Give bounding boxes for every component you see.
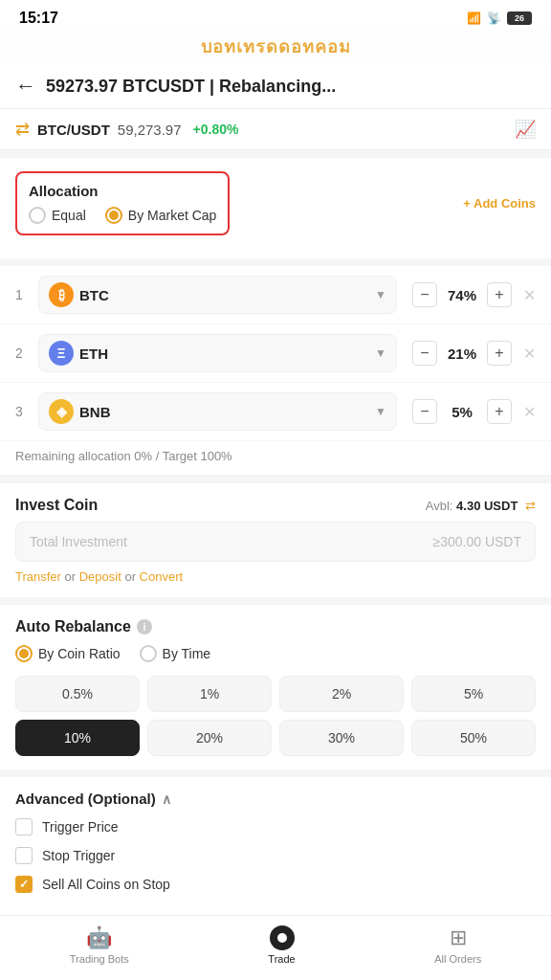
- checkbox-2[interactable]: [15, 876, 33, 893]
- all-orders-label: All Orders: [434, 953, 481, 965]
- eth-pct-value: 21%: [445, 345, 479, 362]
- nav-all-orders[interactable]: ⊞ All Orders: [434, 925, 481, 965]
- advanced-item-label-2: Sell All Coins on Stop: [42, 877, 170, 892]
- btc-pct-controls: − 74% +: [412, 282, 512, 307]
- pct-btn-1%[interactable]: 1%: [147, 676, 272, 712]
- allocation-label: Allocation: [29, 183, 216, 199]
- wifi-icon: 📡: [487, 11, 501, 25]
- advanced-item-label-1: Stop Trigger: [42, 848, 115, 863]
- transfer-link[interactable]: Transfer: [15, 569, 61, 584]
- coin-index-3: 3: [15, 404, 31, 419]
- rebalance-options: By Coin Ratio By Time: [15, 645, 536, 662]
- bnb-plus-btn[interactable]: +: [487, 399, 512, 424]
- allocation-marketcap-option[interactable]: By Market Cap: [105, 207, 217, 224]
- trading-bots-label: Trading Bots: [70, 953, 129, 965]
- by-time-option[interactable]: By Time: [140, 645, 211, 662]
- allocation-equal-label: Equal: [52, 208, 86, 223]
- percentage-grid: 0.5%1%2%5%10%20%30%50%: [15, 676, 536, 756]
- nav-trade[interactable]: Trade: [268, 925, 295, 965]
- advanced-item-0: Trigger Price: [15, 818, 536, 835]
- subheader: ⇄ BTC/USDT 59,273.97 +0.80% 📈: [0, 109, 551, 150]
- advanced-item-2: Sell All Coins on Stop: [15, 876, 536, 893]
- btc-plus-btn[interactable]: +: [487, 282, 512, 307]
- advanced-item-label-0: Trigger Price: [42, 819, 119, 835]
- allocation-box: Allocation Equal By Market Cap: [15, 171, 230, 235]
- chevron-up-icon: ∧: [162, 791, 171, 807]
- eth-pct-controls: − 21% +: [412, 341, 512, 366]
- allocation-equal-option[interactable]: Equal: [29, 207, 86, 224]
- swap-icon: ⇄: [15, 119, 30, 140]
- coin-row-btc: 1 ₿ BTC ▼ − 74% + ✕: [0, 266, 551, 324]
- pct-btn-10%[interactable]: 10%: [15, 720, 140, 756]
- status-time: 15:17: [19, 10, 58, 27]
- coin-selector-bnb[interactable]: ◈ BNB ▼: [38, 392, 397, 431]
- chart-icon[interactable]: 📈: [515, 119, 536, 140]
- allocation-marketcap-radio[interactable]: [105, 207, 122, 224]
- pct-btn-30%[interactable]: 30%: [279, 720, 404, 756]
- add-coins-label: + Add Coins: [463, 196, 536, 211]
- avbl-row: Avbl: 4.30 USDT ⇄: [426, 499, 536, 513]
- advanced-header[interactable]: Advanced (Optional) ∧: [15, 791, 536, 807]
- convert-link[interactable]: Convert: [140, 569, 184, 584]
- pct-btn-5%[interactable]: 5%: [411, 676, 536, 712]
- bnb-pct-controls: − 5% +: [412, 399, 512, 424]
- advanced-item-1: Stop Trigger: [15, 847, 536, 864]
- coin-row-bnb: 3 ◈ BNB ▼ − 5% + ✕: [0, 383, 551, 441]
- allocation-radio-group: Equal By Market Cap: [29, 207, 216, 224]
- bottom-nav: 🤖 Trading Bots Trade ⊞ All Orders: [0, 915, 551, 980]
- trade-label: Trade: [268, 953, 295, 965]
- invest-coin-card: Invest Coin Avbl: 4.30 USDT ⇄ Total Inve…: [0, 483, 551, 597]
- eth-dropdown-arrow: ▼: [375, 346, 386, 360]
- pair-price: 59,273.97: [118, 122, 182, 138]
- allocation-header: Allocation Equal By Market Cap + Add Coi: [15, 171, 536, 235]
- total-investment-field[interactable]: Total Investment ≥300.00 USDT: [15, 522, 536, 562]
- auto-rebalance-card: Auto Rebalance i By Coin Ratio By Time 0…: [0, 605, 551, 769]
- pct-btn-50%[interactable]: 50%: [411, 720, 536, 756]
- btc-icon: ₿: [49, 282, 74, 307]
- advanced-label: Advanced (Optional): [15, 791, 156, 807]
- pct-btn-20%[interactable]: 20%: [147, 720, 272, 756]
- btc-minus-btn[interactable]: −: [412, 282, 437, 307]
- invest-coin-label: Invest Coin: [15, 497, 98, 514]
- swap-arrows-icon: ⇄: [525, 499, 536, 513]
- header: ← 59273.97 BTCUSDT | Rebalancing...: [0, 64, 551, 109]
- by-time-radio[interactable]: [140, 645, 157, 662]
- info-icon: i: [137, 619, 152, 635]
- bnb-pct-value: 5%: [445, 404, 479, 420]
- pct-btn-2%[interactable]: 2%: [279, 676, 404, 712]
- page-title: 59273.97 BTCUSDT | Rebalancing...: [46, 77, 336, 97]
- watermark-bar: บอทเทรดดอทคอม: [0, 31, 551, 64]
- pct-btn-0.5%[interactable]: 0.5%: [15, 676, 140, 712]
- allocation-marketcap-label: By Market Cap: [128, 208, 217, 223]
- by-coin-ratio-label: By Coin Ratio: [38, 646, 121, 661]
- add-coins-button[interactable]: + Add Coins: [463, 196, 536, 211]
- nav-trading-bots[interactable]: 🤖 Trading Bots: [70, 925, 129, 965]
- eth-icon: Ξ: [49, 341, 74, 366]
- status-icons: 📶 📡 26: [467, 11, 532, 25]
- advanced-items: Trigger PriceStop TriggerSell All Coins …: [15, 818, 536, 893]
- coin-index-1: 1: [15, 287, 31, 302]
- eth-remove-btn[interactable]: ✕: [523, 345, 536, 363]
- by-coin-ratio-radio[interactable]: [15, 645, 33, 662]
- coin-selector-eth[interactable]: Ξ ETH ▼: [38, 334, 397, 372]
- eth-minus-btn[interactable]: −: [412, 341, 437, 366]
- btc-pct-value: 74%: [445, 287, 479, 303]
- bnb-minus-btn[interactable]: −: [412, 399, 437, 424]
- coin-index-2: 2: [15, 345, 31, 361]
- invest-header-row: Invest Coin Avbl: 4.30 USDT ⇄: [15, 497, 536, 514]
- checkbox-1[interactable]: [15, 847, 33, 864]
- checkbox-0[interactable]: [15, 818, 33, 835]
- bnb-remove-btn[interactable]: ✕: [523, 403, 536, 421]
- allocation-equal-radio[interactable]: [29, 207, 46, 224]
- auto-rebalance-header: Auto Rebalance i: [15, 618, 536, 635]
- bnb-dropdown-arrow: ▼: [375, 405, 386, 418]
- by-coin-ratio-option[interactable]: By Coin Ratio: [15, 645, 121, 662]
- back-button[interactable]: ←: [15, 74, 36, 99]
- bnb-label: BNB: [79, 404, 111, 420]
- eth-plus-btn[interactable]: +: [487, 341, 512, 366]
- deposit-link[interactable]: Deposit: [79, 569, 121, 584]
- coin-selector-btc[interactable]: ₿ BTC ▼: [38, 276, 397, 314]
- btc-remove-btn[interactable]: ✕: [523, 286, 536, 304]
- avbl-label: Avbl:: [426, 499, 453, 513]
- btc-label: BTC: [79, 287, 109, 303]
